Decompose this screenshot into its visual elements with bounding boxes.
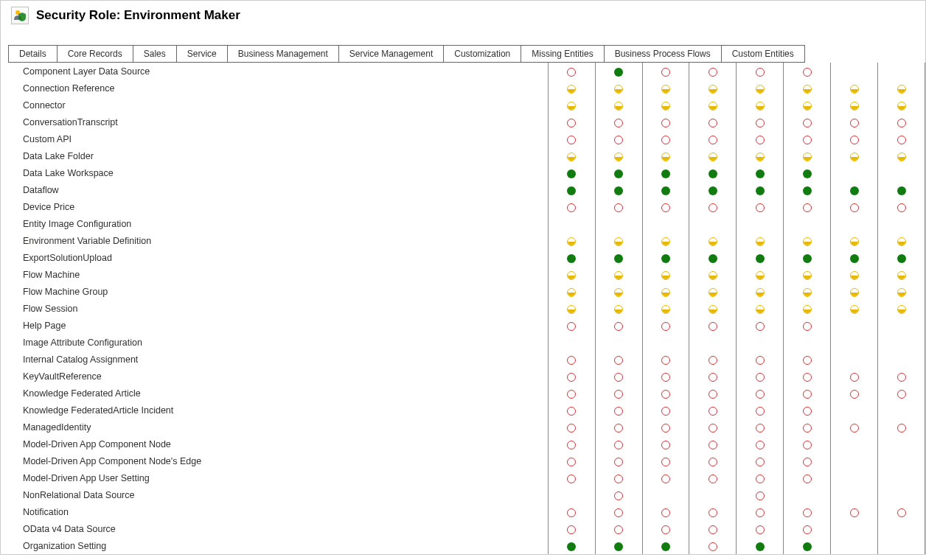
- privilege-indicator-none[interactable]: [614, 458, 623, 466]
- privilege-cell[interactable]: [831, 486, 878, 503]
- privilege-cell[interactable]: [689, 469, 737, 486]
- privilege-indicator-none[interactable]: [614, 322, 623, 331]
- privilege-cell[interactable]: [737, 266, 784, 283]
- privilege-cell[interactable]: [737, 520, 784, 537]
- privilege-indicator-none[interactable]: [709, 424, 717, 433]
- privilege-indicator-none[interactable]: [661, 119, 670, 127]
- privilege-cell[interactable]: [784, 181, 831, 198]
- privilege-indicator-user[interactable]: [567, 271, 576, 280]
- privilege-cell[interactable]: [737, 469, 784, 486]
- privilege-cell[interactable]: [878, 469, 925, 486]
- privilege-indicator-none[interactable]: [756, 407, 765, 416]
- privilege-cell[interactable]: [595, 113, 642, 130]
- privilege-indicator-none[interactable]: [661, 424, 670, 433]
- privilege-indicator-org[interactable]: [756, 169, 765, 178]
- privilege-indicator-user[interactable]: [756, 102, 765, 111]
- privilege-indicator-none[interactable]: [709, 119, 717, 127]
- privilege-cell[interactable]: [689, 334, 737, 351]
- privilege-indicator-none[interactable]: [661, 441, 670, 449]
- privilege-cell[interactable]: [595, 130, 642, 147]
- privilege-indicator-user[interactable]: [897, 237, 906, 246]
- privilege-indicator-none[interactable]: [756, 322, 765, 331]
- privilege-cell[interactable]: [642, 63, 689, 80]
- privilege-indicator-none[interactable]: [709, 356, 717, 365]
- privilege-indicator-none[interactable]: [661, 525, 670, 534]
- entity-name[interactable]: Notification: [1, 503, 548, 520]
- privilege-indicator-none[interactable]: [756, 203, 765, 212]
- privilege-indicator-none[interactable]: [756, 441, 765, 449]
- privilege-cell[interactable]: [548, 249, 595, 266]
- privilege-cell[interactable]: [831, 452, 878, 469]
- privilege-indicator-none[interactable]: [567, 68, 576, 77]
- privilege-indicator-user[interactable]: [897, 288, 906, 297]
- privilege-indicator-none[interactable]: [756, 68, 765, 77]
- privilege-cell[interactable]: [784, 249, 831, 266]
- privilege-indicator-org[interactable]: [614, 186, 623, 195]
- entity-name[interactable]: Connector: [1, 97, 548, 113]
- privilege-indicator-none[interactable]: [850, 119, 859, 127]
- privilege-cell[interactable]: [737, 452, 784, 469]
- privilege-cell[interactable]: [689, 300, 737, 317]
- privilege-cell[interactable]: [737, 486, 784, 503]
- privilege-cell[interactable]: [878, 385, 925, 402]
- privilege-indicator-user[interactable]: [756, 305, 765, 314]
- privilege-indicator-none[interactable]: [661, 68, 670, 77]
- privilege-cell[interactable]: [595, 198, 642, 215]
- privilege-indicator-user[interactable]: [756, 153, 765, 161]
- privilege-cell[interactable]: [831, 232, 878, 249]
- privilege-cell[interactable]: [642, 334, 689, 351]
- privilege-indicator-none[interactable]: [567, 424, 576, 433]
- privilege-cell[interactable]: [737, 198, 784, 215]
- privilege-indicator-user[interactable]: [614, 85, 623, 94]
- privilege-indicator-none[interactable]: [661, 373, 670, 382]
- privilege-indicator-org[interactable]: [567, 169, 576, 178]
- privilege-indicator-none[interactable]: [709, 475, 717, 483]
- privilege-cell[interactable]: [689, 503, 737, 520]
- entity-name[interactable]: Flow Session: [1, 300, 548, 317]
- privilege-cell[interactable]: [737, 385, 784, 402]
- privilege-cell[interactable]: [548, 469, 595, 486]
- privilege-indicator-none[interactable]: [709, 373, 717, 382]
- privilege-cell[interactable]: [642, 419, 689, 435]
- privilege-cell[interactable]: [878, 198, 925, 215]
- privilege-indicator-none[interactable]: [614, 475, 623, 483]
- entity-name[interactable]: Data Lake Workspace: [1, 164, 548, 181]
- privilege-indicator-none[interactable]: [614, 203, 623, 212]
- privilege-cell[interactable]: [689, 215, 737, 232]
- privilege-cell[interactable]: [642, 503, 689, 520]
- privilege-indicator-user[interactable]: [567, 85, 576, 94]
- privilege-cell[interactable]: [642, 351, 689, 368]
- privilege-cell[interactable]: [642, 520, 689, 537]
- privilege-cell[interactable]: [595, 402, 642, 419]
- privilege-cell[interactable]: [831, 181, 878, 198]
- privilege-indicator-user[interactable]: [850, 237, 859, 246]
- privilege-cell[interactable]: [784, 419, 831, 435]
- privilege-indicator-user[interactable]: [803, 305, 812, 314]
- privilege-indicator-org[interactable]: [567, 542, 576, 551]
- privilege-cell[interactable]: [642, 164, 689, 181]
- privilege-indicator-none[interactable]: [803, 458, 812, 466]
- privilege-cell[interactable]: [689, 402, 737, 419]
- privilege-cell[interactable]: [784, 130, 831, 147]
- entity-name[interactable]: Model-Driven App Component Node: [1, 435, 548, 452]
- entity-name[interactable]: Knowledge FederatedArticle Incident: [1, 402, 548, 419]
- privilege-cell[interactable]: [784, 147, 831, 164]
- privilege-indicator-user[interactable]: [614, 102, 623, 111]
- privilege-cell[interactable]: [831, 368, 878, 385]
- privilege-cell[interactable]: [831, 130, 878, 147]
- privilege-cell[interactable]: [831, 266, 878, 283]
- privilege-cell[interactable]: [737, 419, 784, 435]
- privilege-cell[interactable]: [784, 198, 831, 215]
- privilege-cell[interactable]: [642, 215, 689, 232]
- privilege-cell[interactable]: [689, 266, 737, 283]
- privilege-indicator-user[interactable]: [850, 153, 859, 161]
- privilege-cell[interactable]: [548, 130, 595, 147]
- privilege-cell[interactable]: [878, 486, 925, 503]
- privilege-cell[interactable]: [642, 537, 689, 554]
- privilege-cell[interactable]: [689, 385, 737, 402]
- privilege-indicator-none[interactable]: [756, 508, 765, 517]
- privilege-indicator-none[interactable]: [756, 458, 765, 466]
- privilege-indicator-user[interactable]: [661, 85, 670, 94]
- privilege-cell[interactable]: [689, 63, 737, 80]
- privilege-indicator-user[interactable]: [567, 153, 576, 161]
